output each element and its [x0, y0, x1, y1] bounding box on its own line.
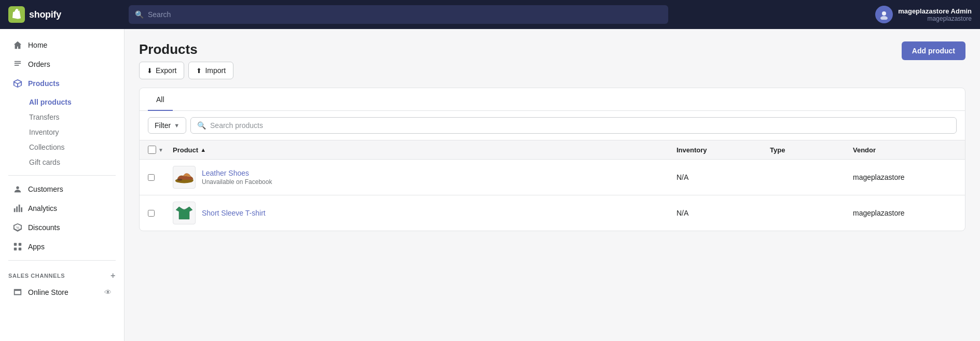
sales-channels-label: SALES CHANNELS +: [0, 265, 124, 282]
apps-icon: [12, 241, 23, 252]
page-sub-actions: ⬇ Export ⬆ Import: [139, 62, 233, 79]
sidebar-item-discounts[interactable]: % Discounts: [4, 218, 120, 237]
filter-button[interactable]: Filter ▼: [148, 117, 186, 134]
vendor-column-header: Vendor: [853, 146, 957, 154]
product-thumbnail-2: [173, 202, 196, 224]
product-info-2: Short Sleeve T-shirt: [202, 209, 266, 217]
select-all-checkbox[interactable]: [148, 146, 156, 154]
export-icon: ⬇: [147, 67, 153, 75]
table-row: Short Sleeve T-shirt N/A mageplazastore: [140, 195, 965, 231]
svg-rect-3: [15, 61, 21, 62]
page-title-area: Products ⬇ Export ⬆ Import: [139, 41, 233, 79]
online-store-icon: [12, 287, 23, 297]
vendor-cell-1: mageplazastore: [853, 173, 957, 181]
page-header: Products ⬇ Export ⬆ Import Add product: [139, 41, 965, 79]
user-avatar-icon: [879, 9, 889, 20]
product-name-2[interactable]: Short Sleeve T-shirt: [202, 209, 266, 217]
sidebar-divider-2: [8, 260, 116, 261]
svg-point-2: [880, 16, 888, 20]
vendor-cell-2: mageplazastore: [853, 209, 957, 217]
shopify-logo-text: shopify: [29, 9, 61, 20]
sidebar-products-submenu: All products Transfers Inventory Collect…: [0, 93, 124, 171]
products-tabs: All: [140, 88, 965, 111]
svg-rect-7: [14, 208, 16, 212]
customers-icon: [12, 184, 23, 194]
product-name-1[interactable]: Leather Shoes: [202, 169, 272, 177]
search-products-icon: 🔍: [197, 121, 206, 130]
svg-point-1: [882, 11, 886, 16]
add-product-button[interactable]: Add product: [902, 41, 965, 60]
avatar[interactable]: [875, 6, 893, 23]
product-cell-2: Short Sleeve T-shirt: [173, 202, 677, 224]
top-navigation: shopify 🔍 mageplazastore Admin mageplaza…: [0, 0, 980, 29]
product-thumbnail-1: [173, 166, 196, 189]
sidebar-item-apps[interactable]: Apps: [4, 237, 120, 256]
sidebar-item-online-store[interactable]: Online Store 👁: [4, 283, 120, 302]
sidebar-item-gift-cards[interactable]: Gift cards: [23, 155, 120, 169]
svg-rect-15: [19, 248, 21, 250]
sidebar-item-inventory[interactable]: Inventory: [23, 125, 120, 139]
discounts-label: Discounts: [28, 223, 60, 232]
svg-rect-8: [16, 206, 18, 212]
sidebar-item-all-products[interactable]: All products: [23, 95, 120, 109]
sidebar-item-home[interactable]: Home: [4, 36, 120, 54]
home-icon: [12, 40, 23, 50]
user-area: mageplazastore Admin mageplazastore: [875, 6, 972, 23]
orders-icon: [12, 59, 23, 69]
main-content: Products ⬇ Export ⬆ Import Add product: [125, 29, 980, 341]
discounts-icon: %: [12, 222, 23, 233]
sidebar-item-collections[interactable]: Collections: [23, 140, 120, 154]
sidebar-home-label: Home: [28, 41, 47, 49]
inventory-label: Inventory: [29, 128, 59, 136]
svg-point-17: [177, 179, 183, 181]
export-button[interactable]: ⬇ Export: [139, 62, 184, 79]
sidebar-item-customers[interactable]: Customers: [4, 180, 120, 198]
svg-rect-9: [19, 205, 20, 212]
inventory-column-header: Inventory: [677, 146, 770, 154]
logo-area: shopify: [8, 6, 122, 23]
sidebar-item-products[interactable]: Products: [4, 74, 120, 93]
online-store-eye-icon[interactable]: 👁: [104, 288, 112, 296]
row-checkbox-cell-1: [148, 174, 173, 181]
inventory-cell-2: N/A: [677, 209, 770, 217]
sidebar-item-transfers[interactable]: Transfers: [23, 110, 120, 124]
product-cell-1: Leather Shoes Unavailable on Facebook: [173, 166, 677, 189]
analytics-label: Analytics: [28, 204, 57, 212]
collections-label: Collections: [29, 143, 64, 151]
products-icon: [12, 78, 23, 89]
table-header: ▼ Product ▲ Inventory Type Vendor: [140, 140, 965, 160]
row-checkbox-1[interactable]: [148, 174, 155, 181]
sidebar-item-orders[interactable]: Orders: [4, 55, 120, 74]
row-checkbox-cell-2: [148, 210, 173, 217]
svg-rect-12: [14, 243, 17, 246]
select-all-checkbox-wrapper[interactable]: ▼: [148, 146, 173, 154]
search-products-input[interactable]: [210, 121, 950, 130]
svg-rect-5: [15, 65, 19, 66]
tab-all[interactable]: All: [148, 88, 173, 111]
svg-text:%: %: [16, 226, 19, 230]
transfers-label: Transfers: [29, 113, 60, 121]
user-store: mageplazastore: [898, 15, 972, 22]
global-search-bar[interactable]: 🔍: [129, 5, 668, 24]
products-card: All Filter ▼ 🔍 ▼: [139, 88, 965, 231]
table-row: Leather Shoes Unavailable on Facebook N/…: [140, 160, 965, 195]
user-name: mageplazastore Admin: [898, 7, 972, 15]
type-column-header: Type: [770, 146, 853, 154]
shoes-image: [173, 169, 195, 185]
all-products-label: All products: [29, 98, 72, 106]
svg-rect-13: [19, 243, 21, 246]
row-checkbox-2[interactable]: [148, 210, 155, 217]
search-products-bar[interactable]: 🔍: [190, 117, 957, 134]
svg-rect-10: [21, 207, 22, 212]
search-icon: 🔍: [135, 10, 144, 19]
svg-point-6: [16, 187, 19, 189]
product-status-1: Unavailable on Facebook: [202, 178, 272, 186]
import-button[interactable]: ⬆ Import: [188, 62, 233, 79]
add-sales-channel-icon[interactable]: +: [111, 271, 116, 280]
sidebar-item-analytics[interactable]: Analytics: [4, 199, 120, 218]
svg-rect-14: [14, 248, 17, 250]
global-search-input[interactable]: [148, 10, 662, 19]
select-all-chevron-icon[interactable]: ▼: [158, 147, 163, 153]
filter-row: Filter ▼ 🔍: [140, 111, 965, 140]
sidebar-orders-label: Orders: [28, 60, 50, 68]
